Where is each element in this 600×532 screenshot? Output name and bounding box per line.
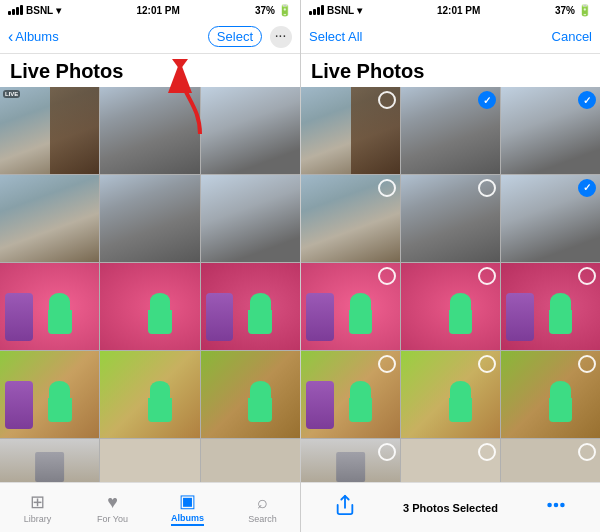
tab-albums[interactable]: ▣ Albums — [166, 490, 210, 526]
battery-icon: 🔋 — [578, 4, 592, 17]
photo-cell[interactable] — [501, 439, 600, 482]
photo-row — [301, 175, 600, 262]
photo-cell[interactable] — [100, 351, 199, 438]
live-badge: LIVE — [3, 90, 20, 98]
photo-cell[interactable] — [301, 175, 400, 262]
select-circle-selected[interactable] — [478, 91, 496, 109]
photo-cell[interactable] — [501, 263, 600, 350]
wifi-icon: ▾ — [357, 5, 362, 16]
photo-cell[interactable] — [100, 175, 199, 262]
photo-cell[interactable] — [301, 263, 400, 350]
photo-cell[interactable] — [100, 87, 199, 174]
photo-cell[interactable]: LIVE — [0, 87, 99, 174]
photo-cell[interactable] — [0, 175, 99, 262]
select-all-button[interactable]: Select All — [309, 29, 362, 44]
selected-count-label: 3 Photos Selected — [403, 502, 498, 514]
tab-for-you[interactable]: ♥ For You — [91, 492, 135, 524]
select-circle[interactable] — [378, 179, 396, 197]
select-circle[interactable] — [478, 267, 496, 285]
photo-cell[interactable] — [301, 351, 400, 438]
tab-search[interactable]: ⌕ Search — [241, 492, 285, 524]
android-figure — [245, 293, 275, 341]
signal-icon — [309, 5, 324, 15]
select-circle[interactable] — [378, 91, 396, 109]
photo-cell[interactable] — [0, 263, 99, 350]
photo-cell[interactable] — [401, 263, 500, 350]
select-circle[interactable] — [378, 355, 396, 373]
share-button[interactable] — [334, 494, 356, 521]
photo-cell[interactable] — [100, 439, 199, 482]
photo-row — [301, 263, 600, 350]
battery-percent: 37% — [555, 5, 575, 16]
photo-cell[interactable] — [201, 351, 300, 438]
photo-cell[interactable] — [401, 439, 500, 482]
purple-item-overlay — [5, 381, 33, 429]
photo-cell[interactable] — [401, 351, 500, 438]
purple-item-overlay — [506, 293, 534, 341]
battery-icon: 🔋 — [278, 4, 292, 17]
left-tab-bar: ⊞ Library ♥ For You ▣ Albums ⌕ Search — [0, 482, 300, 532]
purple-item-overlay — [306, 293, 334, 341]
tab-albums-label: Albums — [171, 513, 204, 526]
back-button[interactable]: ‹ Albums — [8, 28, 59, 46]
select-circle[interactable] — [578, 355, 596, 373]
cancel-button[interactable]: Cancel — [552, 29, 592, 44]
photo-cell[interactable] — [100, 263, 199, 350]
right-action-bar: 3 Photos Selected — [301, 482, 600, 532]
photo-row — [0, 175, 300, 262]
select-circle[interactable] — [378, 443, 396, 461]
photo-cell[interactable] — [501, 175, 600, 262]
left-nav-bar: ‹ Albums Select ··· — [0, 20, 300, 54]
svg-point-5 — [561, 504, 564, 507]
tab-library[interactable]: ⊞ Library — [16, 491, 60, 524]
select-circle[interactable] — [478, 355, 496, 373]
right-time: 12:01 PM — [437, 5, 480, 16]
photo-cell[interactable] — [201, 263, 300, 350]
android-figure — [245, 381, 275, 429]
photo-cell[interactable] — [401, 175, 500, 262]
more-action-button[interactable] — [545, 494, 567, 521]
android-figure — [346, 381, 376, 429]
right-panel: BSNL ▾ 12:01 PM 37% 🔋 Select All Cancel … — [300, 0, 600, 532]
select-circle[interactable] — [578, 443, 596, 461]
chevron-left-icon: ‹ — [8, 28, 13, 46]
left-time: 12:01 PM — [136, 5, 179, 16]
nav-actions: Select ··· — [208, 26, 292, 48]
photo-cell[interactable] — [501, 351, 600, 438]
android-figure — [145, 381, 175, 429]
tab-library-label: Library — [24, 514, 52, 524]
photo-row — [0, 351, 300, 438]
photo-cell[interactable] — [0, 439, 99, 482]
select-circle[interactable] — [378, 267, 396, 285]
android-figure — [45, 293, 75, 341]
right-nav-bar: Select All Cancel — [301, 20, 600, 54]
purple-item-overlay — [206, 293, 234, 341]
library-icon: ⊞ — [30, 491, 45, 513]
right-carrier: BSNL ▾ — [309, 5, 362, 16]
left-battery: 37% 🔋 — [255, 4, 292, 17]
photo-cell[interactable] — [301, 87, 400, 174]
photo-cell[interactable] — [401, 87, 500, 174]
select-circle[interactable] — [478, 443, 496, 461]
car-interior-overlay — [50, 87, 100, 174]
photo-cell[interactable] — [201, 439, 300, 482]
purple-item-overlay — [5, 293, 33, 341]
photo-cell[interactable] — [201, 175, 300, 262]
select-circle-selected[interactable] — [578, 179, 596, 197]
android-figure — [446, 293, 476, 341]
select-circle-selected[interactable] — [578, 91, 596, 109]
photo-cell[interactable] — [501, 87, 600, 174]
android-figure — [145, 293, 175, 341]
photo-cell[interactable] — [201, 87, 300, 174]
select-button[interactable]: Select — [208, 26, 262, 47]
photo-cell[interactable] — [0, 351, 99, 438]
photo-row — [0, 439, 300, 482]
section-title-right: Live Photos — [301, 54, 600, 87]
photo-cell[interactable] — [301, 439, 400, 482]
android-figure — [546, 293, 576, 341]
select-circle[interactable] — [578, 267, 596, 285]
android-figure — [546, 381, 576, 429]
select-circle[interactable] — [478, 179, 496, 197]
back-label: Albums — [15, 29, 58, 44]
more-button[interactable]: ··· — [270, 26, 292, 48]
